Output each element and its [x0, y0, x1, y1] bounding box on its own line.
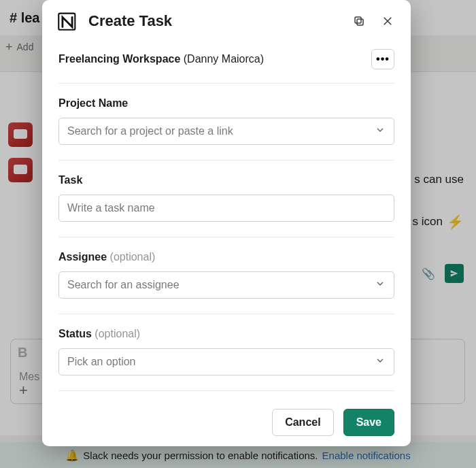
assignee-placeholder: Search for an assignee	[67, 279, 375, 291]
open-external-button[interactable]	[350, 12, 369, 31]
workspace-owner: (Danny Maiorca)	[184, 53, 264, 65]
project-placeholder: Search for a project or paste a link	[67, 125, 375, 137]
workspace-label: Freelancing Workspace (Danny Maiorca)	[58, 53, 264, 65]
field-task: Task	[58, 161, 394, 237]
svg-rect-2	[357, 19, 363, 25]
cancel-button[interactable]: Cancel	[272, 409, 333, 436]
workspace-row: Freelancing Workspace (Danny Maiorca) ••…	[58, 42, 394, 84]
status-select[interactable]: Pick an option	[58, 348, 394, 375]
status-label: Status (optional)	[58, 328, 394, 340]
chevron-down-icon	[375, 278, 386, 292]
project-label: Project Name	[58, 97, 394, 110]
field-duedate: DueDate (optional)	[58, 391, 394, 399]
field-project: Project Name Search for a project or pas…	[58, 84, 394, 161]
assignee-label: Assignee (optional)	[58, 251, 394, 263]
modal-body[interactable]: Freelancing Workspace (Danny Maiorca) ••…	[42, 41, 411, 399]
workspace-name: Freelancing Workspace	[58, 53, 180, 65]
status-placeholder: Pick an option	[67, 356, 375, 368]
workspace-menu-button[interactable]: •••	[371, 49, 394, 69]
project-select[interactable]: Search for a project or paste a link	[58, 118, 394, 145]
close-button[interactable]	[378, 12, 397, 31]
assignee-select[interactable]: Search for an assignee	[58, 271, 394, 299]
modal-header: Create Task	[42, 0, 411, 41]
field-status: Status (optional) Pick an option	[58, 314, 394, 391]
task-label: Task	[58, 174, 394, 186]
task-input[interactable]	[58, 195, 394, 222]
notion-logo-icon	[56, 10, 79, 33]
save-button[interactable]: Save	[343, 409, 394, 436]
modal-footer: Cancel Save	[42, 399, 411, 446]
field-assignee: Assignee (optional) Search for an assign…	[58, 237, 394, 314]
create-task-modal: Create Task Freelancing Workspace (Danny…	[42, 0, 411, 446]
modal-title: Create Task	[88, 12, 340, 30]
chevron-down-icon	[375, 124, 386, 138]
chevron-down-icon	[375, 355, 386, 369]
svg-rect-1	[355, 17, 361, 23]
